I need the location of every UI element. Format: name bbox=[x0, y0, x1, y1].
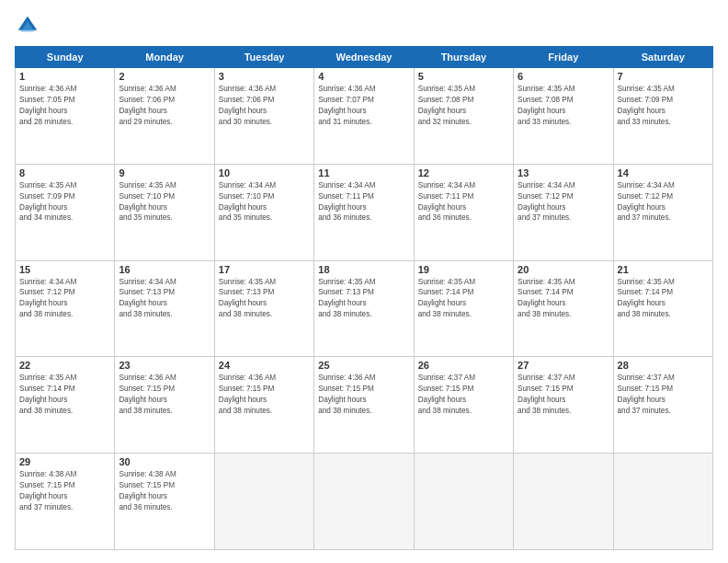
day-number: 17 bbox=[219, 264, 310, 275]
calendar-day-cell: 5 Sunrise: 4:35 AM Sunset: 7:08 PM Dayli… bbox=[414, 68, 513, 165]
day-details: Sunrise: 4:37 AM Sunset: 7:15 PM Dayligh… bbox=[618, 373, 709, 417]
day-number: 11 bbox=[318, 167, 409, 178]
day-details: Sunrise: 4:35 AM Sunset: 7:14 PM Dayligh… bbox=[618, 277, 709, 321]
day-details: Sunrise: 4:36 AM Sunset: 7:05 PM Dayligh… bbox=[19, 84, 110, 128]
calendar-week-row: 8 Sunrise: 4:35 AM Sunset: 7:09 PM Dayli… bbox=[16, 164, 713, 260]
calendar-day-cell: 4 Sunrise: 4:36 AM Sunset: 7:07 PM Dayli… bbox=[314, 68, 414, 165]
day-number: 16 bbox=[119, 264, 210, 275]
calendar-table: SundayMondayTuesdayWednesdayThursdayFrid… bbox=[15, 46, 713, 550]
calendar-day-cell: 23 Sunrise: 4:36 AM Sunset: 7:15 PM Dayl… bbox=[115, 357, 214, 454]
day-number: 3 bbox=[219, 71, 310, 82]
day-number: 7 bbox=[618, 71, 709, 82]
day-details: Sunrise: 4:36 AM Sunset: 7:15 PM Dayligh… bbox=[219, 373, 310, 417]
calendar-day-cell: 7 Sunrise: 4:35 AM Sunset: 7:09 PM Dayli… bbox=[613, 68, 712, 165]
day-number: 8 bbox=[19, 167, 110, 178]
day-details: Sunrise: 4:35 AM Sunset: 7:14 PM Dayligh… bbox=[19, 373, 110, 417]
calendar-day-cell bbox=[214, 454, 313, 550]
calendar-day-cell: 10 Sunrise: 4:34 AM Sunset: 7:10 PM Dayl… bbox=[214, 164, 313, 260]
weekday-header-row: SundayMondayTuesdayWednesdayThursdayFrid… bbox=[16, 47, 713, 68]
day-details: Sunrise: 4:38 AM Sunset: 7:15 PM Dayligh… bbox=[19, 469, 110, 513]
day-details: Sunrise: 4:36 AM Sunset: 7:06 PM Dayligh… bbox=[119, 84, 210, 128]
logo bbox=[15, 13, 44, 39]
calendar-week-row: 22 Sunrise: 4:35 AM Sunset: 7:14 PM Dayl… bbox=[16, 357, 713, 454]
day-details: Sunrise: 4:35 AM Sunset: 7:10 PM Dayligh… bbox=[119, 180, 210, 224]
calendar-day-cell bbox=[414, 454, 513, 550]
calendar-day-cell: 22 Sunrise: 4:35 AM Sunset: 7:14 PM Dayl… bbox=[16, 357, 115, 454]
day-number: 14 bbox=[618, 167, 709, 178]
logo-icon bbox=[15, 13, 40, 39]
day-details: Sunrise: 4:35 AM Sunset: 7:13 PM Dayligh… bbox=[219, 277, 310, 321]
day-details: Sunrise: 4:35 AM Sunset: 7:09 PM Dayligh… bbox=[19, 180, 110, 224]
day-number: 26 bbox=[418, 360, 509, 371]
weekday-header-cell: Monday bbox=[115, 47, 214, 68]
calendar-day-cell: 12 Sunrise: 4:34 AM Sunset: 7:11 PM Dayl… bbox=[414, 164, 513, 260]
day-details: Sunrise: 4:35 AM Sunset: 7:09 PM Dayligh… bbox=[618, 84, 709, 128]
day-number: 27 bbox=[518, 360, 609, 371]
day-details: Sunrise: 4:34 AM Sunset: 7:11 PM Dayligh… bbox=[318, 180, 409, 224]
calendar-day-cell: 15 Sunrise: 4:34 AM Sunset: 7:12 PM Dayl… bbox=[16, 260, 115, 357]
day-details: Sunrise: 4:36 AM Sunset: 7:06 PM Dayligh… bbox=[219, 84, 310, 128]
day-number: 12 bbox=[418, 167, 509, 178]
weekday-header-cell: Thursday bbox=[414, 47, 513, 68]
day-details: Sunrise: 4:37 AM Sunset: 7:15 PM Dayligh… bbox=[518, 373, 609, 417]
day-details: Sunrise: 4:34 AM Sunset: 7:10 PM Dayligh… bbox=[219, 180, 310, 224]
calendar-day-cell: 8 Sunrise: 4:35 AM Sunset: 7:09 PM Dayli… bbox=[16, 164, 115, 260]
calendar-day-cell bbox=[514, 454, 613, 550]
day-number: 28 bbox=[618, 360, 709, 371]
calendar-day-cell: 14 Sunrise: 4:34 AM Sunset: 7:12 PM Dayl… bbox=[613, 164, 712, 260]
day-number: 24 bbox=[219, 360, 310, 371]
day-details: Sunrise: 4:36 AM Sunset: 7:07 PM Dayligh… bbox=[318, 84, 409, 128]
calendar-day-cell bbox=[613, 454, 712, 550]
day-details: Sunrise: 4:34 AM Sunset: 7:12 PM Dayligh… bbox=[518, 180, 609, 224]
day-number: 1 bbox=[19, 71, 110, 82]
calendar-day-cell: 20 Sunrise: 4:35 AM Sunset: 7:14 PM Dayl… bbox=[514, 260, 613, 357]
calendar-day-cell: 3 Sunrise: 4:36 AM Sunset: 7:06 PM Dayli… bbox=[214, 68, 313, 165]
day-number: 22 bbox=[19, 360, 110, 371]
calendar-day-cell: 18 Sunrise: 4:35 AM Sunset: 7:13 PM Dayl… bbox=[314, 260, 414, 357]
calendar-week-row: 29 Sunrise: 4:38 AM Sunset: 7:15 PM Dayl… bbox=[16, 454, 713, 550]
calendar-day-cell bbox=[314, 454, 414, 550]
day-details: Sunrise: 4:34 AM Sunset: 7:12 PM Dayligh… bbox=[618, 180, 709, 224]
day-number: 10 bbox=[219, 167, 310, 178]
calendar-day-cell: 6 Sunrise: 4:35 AM Sunset: 7:08 PM Dayli… bbox=[514, 68, 613, 165]
day-number: 19 bbox=[418, 264, 509, 275]
day-number: 18 bbox=[318, 264, 409, 275]
day-number: 9 bbox=[119, 167, 210, 178]
day-details: Sunrise: 4:35 AM Sunset: 7:13 PM Dayligh… bbox=[318, 277, 409, 321]
weekday-header-cell: Saturday bbox=[613, 47, 712, 68]
calendar-day-cell: 16 Sunrise: 4:34 AM Sunset: 7:13 PM Dayl… bbox=[115, 260, 214, 357]
day-number: 29 bbox=[19, 456, 110, 467]
calendar-week-row: 15 Sunrise: 4:34 AM Sunset: 7:12 PM Dayl… bbox=[16, 260, 713, 357]
day-details: Sunrise: 4:35 AM Sunset: 7:14 PM Dayligh… bbox=[518, 277, 609, 321]
calendar-body: 1 Sunrise: 4:36 AM Sunset: 7:05 PM Dayli… bbox=[16, 68, 713, 550]
calendar-day-cell: 9 Sunrise: 4:35 AM Sunset: 7:10 PM Dayli… bbox=[115, 164, 214, 260]
calendar-day-cell: 2 Sunrise: 4:36 AM Sunset: 7:06 PM Dayli… bbox=[115, 68, 214, 165]
page: SundayMondayTuesdayWednesdayThursdayFrid… bbox=[0, 0, 728, 563]
weekday-header-cell: Sunday bbox=[16, 47, 115, 68]
calendar-day-cell: 26 Sunrise: 4:37 AM Sunset: 7:15 PM Dayl… bbox=[414, 357, 513, 454]
calendar-day-cell: 1 Sunrise: 4:36 AM Sunset: 7:05 PM Dayli… bbox=[16, 68, 115, 165]
calendar-day-cell: 17 Sunrise: 4:35 AM Sunset: 7:13 PM Dayl… bbox=[214, 260, 313, 357]
day-number: 20 bbox=[518, 264, 609, 275]
calendar-day-cell: 25 Sunrise: 4:36 AM Sunset: 7:15 PM Dayl… bbox=[314, 357, 414, 454]
calendar-day-cell: 13 Sunrise: 4:34 AM Sunset: 7:12 PM Dayl… bbox=[514, 164, 613, 260]
day-details: Sunrise: 4:35 AM Sunset: 7:08 PM Dayligh… bbox=[518, 84, 609, 128]
calendar-day-cell: 28 Sunrise: 4:37 AM Sunset: 7:15 PM Dayl… bbox=[613, 357, 712, 454]
day-details: Sunrise: 4:37 AM Sunset: 7:15 PM Dayligh… bbox=[418, 373, 509, 417]
header bbox=[15, 13, 713, 39]
day-number: 4 bbox=[318, 71, 409, 82]
day-details: Sunrise: 4:36 AM Sunset: 7:15 PM Dayligh… bbox=[119, 373, 210, 417]
day-number: 5 bbox=[418, 71, 509, 82]
day-details: Sunrise: 4:34 AM Sunset: 7:11 PM Dayligh… bbox=[418, 180, 509, 224]
day-details: Sunrise: 4:34 AM Sunset: 7:12 PM Dayligh… bbox=[19, 277, 110, 321]
calendar-day-cell: 29 Sunrise: 4:38 AM Sunset: 7:15 PM Dayl… bbox=[16, 454, 115, 550]
day-number: 13 bbox=[518, 167, 609, 178]
day-number: 15 bbox=[19, 264, 110, 275]
weekday-header-cell: Friday bbox=[514, 47, 613, 68]
calendar-day-cell: 11 Sunrise: 4:34 AM Sunset: 7:11 PM Dayl… bbox=[314, 164, 414, 260]
calendar-day-cell: 19 Sunrise: 4:35 AM Sunset: 7:14 PM Dayl… bbox=[414, 260, 513, 357]
day-number: 2 bbox=[119, 71, 210, 82]
calendar-week-row: 1 Sunrise: 4:36 AM Sunset: 7:05 PM Dayli… bbox=[16, 68, 713, 165]
calendar-day-cell: 21 Sunrise: 4:35 AM Sunset: 7:14 PM Dayl… bbox=[613, 260, 712, 357]
day-details: Sunrise: 4:35 AM Sunset: 7:08 PM Dayligh… bbox=[418, 84, 509, 128]
